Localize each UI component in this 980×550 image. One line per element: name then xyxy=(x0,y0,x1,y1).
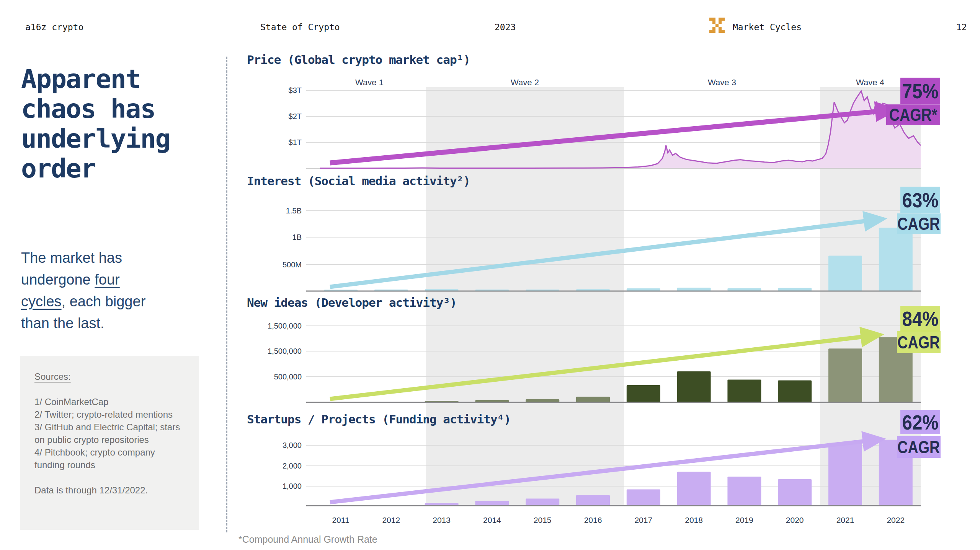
bar-2019 xyxy=(727,477,761,506)
charts-graphics xyxy=(0,0,980,550)
y-tick-label: 2,000 xyxy=(247,461,302,471)
year-label: 2022 xyxy=(873,516,919,525)
year-label: 2018 xyxy=(671,516,717,525)
bar-2021 xyxy=(828,256,862,291)
bar-2021 xyxy=(828,348,862,402)
cagr-value: 84% xyxy=(902,307,938,330)
cagr-value: 75% xyxy=(902,79,938,103)
y-tick-label: $1T xyxy=(247,137,302,148)
bar-2022 xyxy=(879,228,913,291)
y-tick-label: 1,500,000 xyxy=(247,321,302,331)
y-tick-label: 3,000 xyxy=(247,440,302,451)
year-label: 2015 xyxy=(519,516,565,525)
y-tick-label: 1,500,000 xyxy=(247,346,302,356)
bar-2020 xyxy=(778,479,812,506)
bar-2016 xyxy=(576,397,610,402)
cagr-label: CAGR xyxy=(897,437,940,457)
y-tick-label: 500M xyxy=(247,259,302,270)
bar-2014 xyxy=(475,501,509,506)
trend-arrow-shaft xyxy=(330,111,877,163)
cagr-label-badge: CAGR xyxy=(897,331,941,353)
cagr-value-badge: 63% xyxy=(900,187,940,213)
y-tick-label: 1,000 xyxy=(247,481,302,491)
year-label: 2013 xyxy=(419,516,465,525)
year-label: 2019 xyxy=(721,516,767,525)
y-tick-label: 1.5B xyxy=(247,205,302,216)
cagr-label: CAGR* xyxy=(889,104,938,125)
wave-label: Wave 4 xyxy=(838,78,903,88)
bar-2021 xyxy=(828,443,862,506)
bar-2017 xyxy=(627,385,660,402)
cagr-label: CAGR xyxy=(897,213,940,234)
wave-label: Wave 2 xyxy=(492,78,557,88)
year-label: 2016 xyxy=(570,516,616,525)
bar-2017 xyxy=(627,490,660,506)
cagr-value-badge: 62% xyxy=(900,410,940,434)
chart-title: Interest (Social media activity²) xyxy=(247,174,470,188)
cagr-value: 62% xyxy=(902,410,938,434)
bar-2015 xyxy=(526,499,559,506)
bar-2019 xyxy=(727,379,761,402)
wave-label: Wave 1 xyxy=(337,78,402,88)
cagr-label-badge: CAGR xyxy=(897,213,941,234)
chart-title: New ideas (Developer activity³) xyxy=(247,296,457,309)
year-label: 2020 xyxy=(772,516,818,525)
bar-2016 xyxy=(576,495,610,506)
year-label: 2014 xyxy=(469,516,515,525)
year-label: 2021 xyxy=(822,516,868,525)
bar-2018 xyxy=(677,472,711,506)
cagr-footnote: *Compound Annual Growth Rate xyxy=(238,534,377,545)
slide: a16z crypto State of Crypto 2023 Market … xyxy=(0,0,980,550)
chart-title: Price (Global crypto market cap¹) xyxy=(247,53,470,67)
bar-2020 xyxy=(778,380,812,402)
chart-title: Startups / Projects (Funding activity⁴) xyxy=(247,412,511,426)
cagr-label-badge: CAGR xyxy=(897,436,941,458)
y-tick-label: 1B xyxy=(247,232,302,242)
year-label: 2011 xyxy=(318,516,364,525)
cagr-value-badge: 84% xyxy=(900,306,940,331)
cagr-value: 63% xyxy=(902,188,938,212)
y-tick-label: 500,000 xyxy=(247,371,302,382)
cagr-label: CAGR xyxy=(897,332,940,353)
year-label: 2012 xyxy=(368,516,414,525)
y-tick-label: $3T xyxy=(247,85,302,96)
wave-label: Wave 3 xyxy=(689,78,755,88)
year-label: 2017 xyxy=(621,516,666,525)
cagr-label-badge: CAGR* xyxy=(886,104,940,125)
trend-arrow-shaft xyxy=(330,221,866,287)
y-tick-label: $2T xyxy=(247,111,302,122)
bar-2018 xyxy=(677,371,711,402)
cagr-value-badge: 75% xyxy=(900,78,940,104)
